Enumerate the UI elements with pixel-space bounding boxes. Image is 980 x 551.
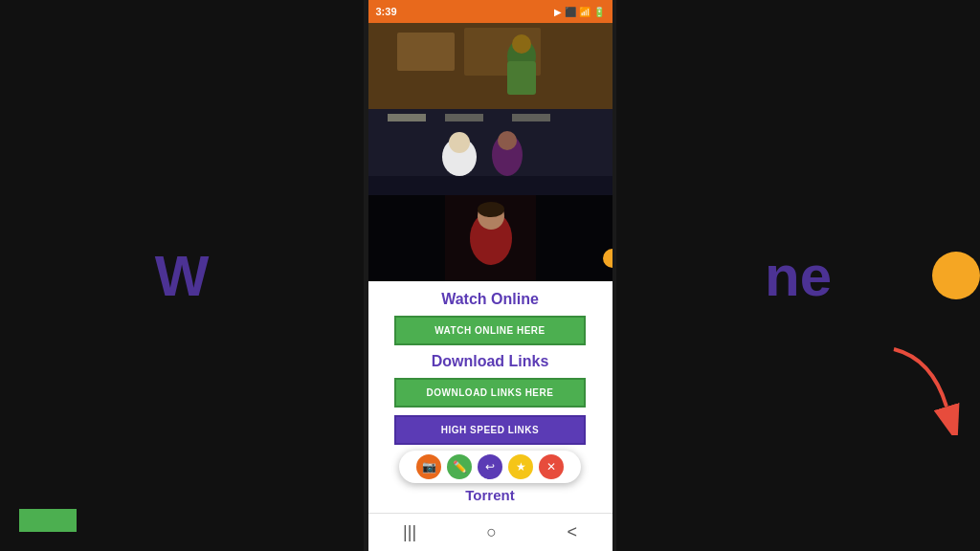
bg-text-left: W (155, 243, 210, 309)
movie-scene-2 (368, 109, 612, 195)
scene-3-svg (368, 195, 612, 281)
home-nav-icon[interactable]: ○ (486, 522, 497, 542)
svg-rect-9 (445, 114, 483, 121)
background-right: ne (616, 0, 980, 551)
rec-icon: ⬛ (565, 7, 576, 17)
bg-text-right: ne (765, 243, 832, 309)
svg-point-5 (512, 34, 531, 54)
background-left: W (0, 0, 364, 551)
svg-point-12 (449, 132, 470, 153)
movie-scene-1 (368, 23, 612, 109)
arrow-toolbar-icon[interactable]: ↩ (478, 454, 502, 479)
content-area: Watch Online WATCH ONLINE HERE Download … (368, 281, 612, 513)
bg-circle (932, 252, 980, 299)
status-time: 3:39 (376, 6, 397, 17)
status-icons: ▶ ⬛ 📶 🔋 (554, 7, 605, 17)
close-toolbar-icon[interactable]: ✕ (539, 454, 564, 479)
watch-online-button[interactable]: WATCH ONLINE HERE (394, 316, 586, 345)
svg-rect-2 (397, 33, 455, 71)
signal-icon: 📶 (579, 7, 590, 17)
watch-online-title: Watch Online (441, 291, 539, 308)
menu-nav-icon[interactable]: ||| (403, 522, 416, 542)
torrent-title: Torrent (465, 487, 514, 503)
svg-rect-8 (388, 114, 426, 121)
scene-2-svg (368, 109, 612, 195)
floating-toolbar: 📷 ✏️ ↩ ★ ✕ (399, 451, 581, 483)
battery-icon: 🔋 (593, 7, 605, 17)
phone-frame: 3:39 ▶ ⬛ 📶 🔋 (368, 0, 612, 551)
scene-1-svg (368, 23, 612, 109)
star-toolbar-icon[interactable]: ★ (508, 454, 533, 479)
high-speed-button[interactable]: HIGH SPEED LINKS (394, 415, 586, 445)
nav-bar: ||| ○ < (368, 513, 612, 551)
svg-point-14 (498, 131, 517, 150)
back-nav-icon[interactable]: < (567, 522, 577, 542)
download-links-title: Download Links (432, 353, 549, 370)
bg-button-left (19, 509, 77, 532)
svg-point-20 (478, 202, 504, 217)
svg-rect-10 (512, 114, 550, 121)
movie-images (368, 23, 612, 281)
play-icon: ▶ (554, 7, 562, 17)
camera-toolbar-icon[interactable]: 📷 (416, 454, 441, 479)
pen-toolbar-icon[interactable]: ✏️ (447, 454, 472, 479)
status-bar: 3:39 ▶ ⬛ 📶 🔋 (368, 0, 612, 23)
svg-rect-15 (368, 176, 612, 195)
movie-scene-3 (368, 195, 612, 281)
svg-rect-6 (507, 61, 536, 95)
download-links-button[interactable]: DOWNLOAD LINKS HERE (394, 378, 586, 408)
